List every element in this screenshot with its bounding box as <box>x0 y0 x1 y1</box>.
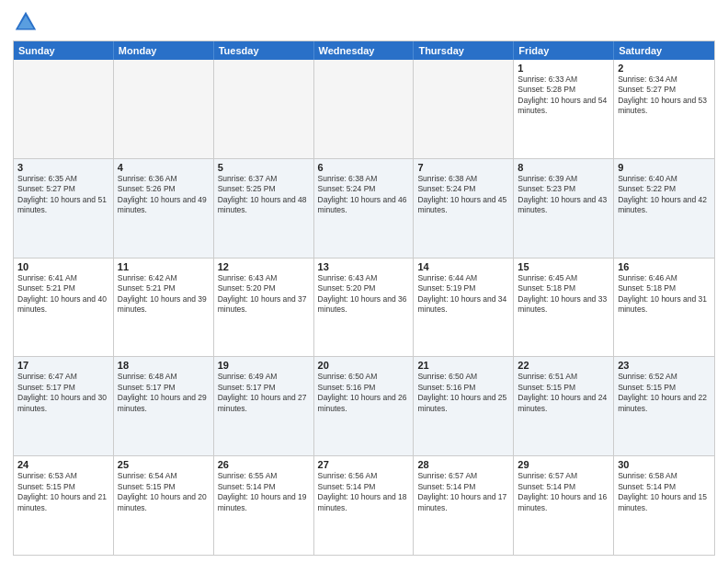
calendar-row-3: 10Sunrise: 6:41 AM Sunset: 5:21 PM Dayli… <box>14 258 714 357</box>
day-cell-11: 11Sunrise: 6:42 AM Sunset: 5:21 PM Dayli… <box>114 259 214 357</box>
calendar-body: 1Sunrise: 6:33 AM Sunset: 5:28 PM Daylig… <box>14 60 714 555</box>
empty-cell <box>414 60 514 158</box>
day-number-27: 27 <box>318 459 410 470</box>
day-info-18: Sunrise: 6:48 AM Sunset: 5:17 PM Dayligh… <box>118 372 210 414</box>
day-cell-2: 2Sunrise: 6:34 AM Sunset: 5:27 PM Daylig… <box>614 60 714 158</box>
page: SundayMondayTuesdayWednesdayThursdayFrid… <box>0 0 728 563</box>
day-number-9: 9 <box>618 162 711 173</box>
day-cell-13: 13Sunrise: 6:43 AM Sunset: 5:20 PM Dayli… <box>314 259 415 357</box>
day-number-18: 18 <box>118 360 210 371</box>
day-cell-6: 6Sunrise: 6:38 AM Sunset: 5:24 PM Daylig… <box>314 159 415 258</box>
day-number-23: 23 <box>618 360 711 371</box>
weekday-header-tuesday: Tuesday <box>214 41 314 60</box>
day-number-7: 7 <box>417 162 509 173</box>
day-cell-18: 18Sunrise: 6:48 AM Sunset: 5:17 PM Dayli… <box>114 357 214 455</box>
day-info-16: Sunrise: 6:46 AM Sunset: 5:18 PM Dayligh… <box>618 273 711 316</box>
day-cell-5: 5Sunrise: 6:37 AM Sunset: 5:25 PM Daylig… <box>214 159 314 258</box>
day-number-8: 8 <box>518 162 609 173</box>
day-number-6: 6 <box>318 162 410 173</box>
day-cell-30: 30Sunrise: 6:58 AM Sunset: 5:14 PM Dayli… <box>614 456 714 555</box>
day-info-21: Sunrise: 6:50 AM Sunset: 5:16 PM Dayligh… <box>417 372 509 414</box>
day-number-3: 3 <box>17 162 109 173</box>
day-number-16: 16 <box>618 261 711 272</box>
day-cell-8: 8Sunrise: 6:39 AM Sunset: 5:23 PM Daylig… <box>514 159 614 258</box>
day-cell-16: 16Sunrise: 6:46 AM Sunset: 5:18 PM Dayli… <box>614 259 714 357</box>
day-number-15: 15 <box>518 261 609 272</box>
day-info-4: Sunrise: 6:36 AM Sunset: 5:26 PM Dayligh… <box>118 174 210 216</box>
empty-cell <box>114 60 214 158</box>
day-info-29: Sunrise: 6:57 AM Sunset: 5:14 PM Dayligh… <box>518 471 609 513</box>
calendar-row-1: 1Sunrise: 6:33 AM Sunset: 5:28 PM Daylig… <box>14 60 714 158</box>
day-cell-14: 14Sunrise: 6:44 AM Sunset: 5:19 PM Dayli… <box>414 259 514 357</box>
day-cell-27: 27Sunrise: 6:56 AM Sunset: 5:14 PM Dayli… <box>314 456 415 555</box>
weekday-header-sunday: Sunday <box>14 41 114 60</box>
day-number-2: 2 <box>618 63 711 74</box>
calendar: SundayMondayTuesdayWednesdayThursdayFrid… <box>13 40 715 556</box>
day-info-12: Sunrise: 6:43 AM Sunset: 5:20 PM Dayligh… <box>218 273 310 316</box>
day-info-8: Sunrise: 6:39 AM Sunset: 5:23 PM Dayligh… <box>518 174 609 216</box>
day-cell-23: 23Sunrise: 6:52 AM Sunset: 5:15 PM Dayli… <box>614 357 714 455</box>
day-cell-15: 15Sunrise: 6:45 AM Sunset: 5:18 PM Dayli… <box>514 259 614 357</box>
day-number-24: 24 <box>17 459 109 470</box>
day-cell-3: 3Sunrise: 6:35 AM Sunset: 5:27 PM Daylig… <box>14 159 114 258</box>
day-info-5: Sunrise: 6:37 AM Sunset: 5:25 PM Dayligh… <box>218 174 310 216</box>
day-info-3: Sunrise: 6:35 AM Sunset: 5:27 PM Dayligh… <box>17 174 109 216</box>
day-info-13: Sunrise: 6:43 AM Sunset: 5:20 PM Dayligh… <box>318 273 410 316</box>
day-cell-19: 19Sunrise: 6:49 AM Sunset: 5:17 PM Dayli… <box>214 357 314 455</box>
day-number-25: 25 <box>118 459 210 470</box>
empty-cell <box>214 60 314 158</box>
day-number-22: 22 <box>518 360 609 371</box>
empty-cell <box>314 60 415 158</box>
day-cell-12: 12Sunrise: 6:43 AM Sunset: 5:20 PM Dayli… <box>214 259 314 357</box>
day-info-9: Sunrise: 6:40 AM Sunset: 5:22 PM Dayligh… <box>618 174 711 216</box>
day-info-11: Sunrise: 6:42 AM Sunset: 5:21 PM Dayligh… <box>118 273 210 316</box>
weekday-header-thursday: Thursday <box>414 41 514 60</box>
day-cell-24: 24Sunrise: 6:53 AM Sunset: 5:15 PM Dayli… <box>14 456 114 555</box>
day-number-5: 5 <box>218 162 310 173</box>
day-cell-29: 29Sunrise: 6:57 AM Sunset: 5:14 PM Dayli… <box>514 456 614 555</box>
day-info-24: Sunrise: 6:53 AM Sunset: 5:15 PM Dayligh… <box>17 471 109 513</box>
day-number-21: 21 <box>417 360 509 371</box>
day-info-7: Sunrise: 6:38 AM Sunset: 5:24 PM Dayligh… <box>417 174 509 216</box>
header <box>13 9 715 35</box>
day-cell-28: 28Sunrise: 6:57 AM Sunset: 5:14 PM Dayli… <box>414 456 514 555</box>
day-info-22: Sunrise: 6:51 AM Sunset: 5:15 PM Dayligh… <box>518 372 609 414</box>
weekday-header-monday: Monday <box>114 41 214 60</box>
day-number-17: 17 <box>17 360 109 371</box>
day-cell-7: 7Sunrise: 6:38 AM Sunset: 5:24 PM Daylig… <box>414 159 514 258</box>
weekday-header-friday: Friday <box>514 41 614 60</box>
day-number-28: 28 <box>417 459 509 470</box>
day-number-13: 13 <box>318 261 410 272</box>
day-number-29: 29 <box>518 459 609 470</box>
day-number-12: 12 <box>218 261 310 272</box>
day-info-26: Sunrise: 6:55 AM Sunset: 5:14 PM Dayligh… <box>218 471 310 513</box>
day-number-19: 19 <box>218 360 310 371</box>
calendar-row-5: 24Sunrise: 6:53 AM Sunset: 5:15 PM Dayli… <box>14 455 714 555</box>
day-info-17: Sunrise: 6:47 AM Sunset: 5:17 PM Dayligh… <box>17 372 109 414</box>
day-cell-1: 1Sunrise: 6:33 AM Sunset: 5:28 PM Daylig… <box>514 60 614 158</box>
day-number-11: 11 <box>118 261 210 272</box>
day-info-27: Sunrise: 6:56 AM Sunset: 5:14 PM Dayligh… <box>318 471 410 513</box>
day-info-6: Sunrise: 6:38 AM Sunset: 5:24 PM Dayligh… <box>318 174 410 216</box>
day-info-19: Sunrise: 6:49 AM Sunset: 5:17 PM Dayligh… <box>218 372 310 414</box>
day-cell-21: 21Sunrise: 6:50 AM Sunset: 5:16 PM Dayli… <box>414 357 514 455</box>
logo <box>13 9 42 35</box>
day-cell-10: 10Sunrise: 6:41 AM Sunset: 5:21 PM Dayli… <box>14 259 114 357</box>
day-info-20: Sunrise: 6:50 AM Sunset: 5:16 PM Dayligh… <box>318 372 410 414</box>
day-info-2: Sunrise: 6:34 AM Sunset: 5:27 PM Dayligh… <box>618 75 711 117</box>
day-number-4: 4 <box>118 162 210 173</box>
day-number-1: 1 <box>518 63 609 74</box>
day-cell-4: 4Sunrise: 6:36 AM Sunset: 5:26 PM Daylig… <box>114 159 214 258</box>
day-info-23: Sunrise: 6:52 AM Sunset: 5:15 PM Dayligh… <box>618 372 711 414</box>
day-number-10: 10 <box>17 261 109 272</box>
day-cell-25: 25Sunrise: 6:54 AM Sunset: 5:15 PM Dayli… <box>114 456 214 555</box>
calendar-row-4: 17Sunrise: 6:47 AM Sunset: 5:17 PM Dayli… <box>14 356 714 455</box>
weekday-header-wednesday: Wednesday <box>314 41 415 60</box>
calendar-header: SundayMondayTuesdayWednesdayThursdayFrid… <box>14 41 714 60</box>
day-info-15: Sunrise: 6:45 AM Sunset: 5:18 PM Dayligh… <box>518 273 609 316</box>
day-cell-17: 17Sunrise: 6:47 AM Sunset: 5:17 PM Dayli… <box>14 357 114 455</box>
day-cell-26: 26Sunrise: 6:55 AM Sunset: 5:14 PM Dayli… <box>214 456 314 555</box>
day-number-30: 30 <box>618 459 711 470</box>
day-info-30: Sunrise: 6:58 AM Sunset: 5:14 PM Dayligh… <box>618 471 711 513</box>
calendar-row-2: 3Sunrise: 6:35 AM Sunset: 5:27 PM Daylig… <box>14 158 714 258</box>
